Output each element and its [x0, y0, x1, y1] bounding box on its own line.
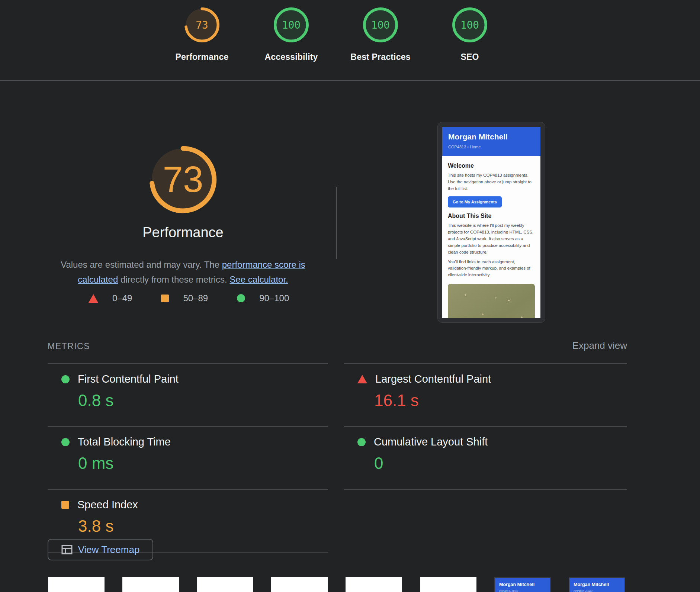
- metric-value: 16.1 s: [374, 391, 627, 410]
- final-screenshot: Morgan Mitchell COP4813 • Home Welcome T…: [442, 127, 540, 318]
- metric-label: Largest Contentful Paint: [375, 373, 491, 385]
- preview-welcome-text: This site hosts my COP4813 assignments. …: [448, 172, 535, 192]
- view-treemap-label: View Treemap: [78, 544, 140, 556]
- pass-circle-icon: [357, 438, 366, 446]
- legend-range-label: 90–100: [259, 293, 289, 303]
- metric-largest-contentful-paint: Largest Contentful Paint 16.1 s: [344, 363, 627, 427]
- gauge-label: Performance: [176, 52, 229, 62]
- metric-value: 3.8 s: [78, 517, 328, 535]
- metrics-column-right: Largest Contentful Paint 16.1 s Cumulati…: [344, 363, 627, 490]
- metrics-column-left: First Contentful Paint 0.8 s Total Block…: [48, 363, 328, 553]
- filmstrip-site-header: Morgan Mitchell COP4813 • Home: [569, 578, 624, 592]
- best-practices-gauge-icon: 100: [362, 7, 399, 43]
- pass-circle-icon: [61, 375, 70, 383]
- seo-gauge-icon: 100: [452, 7, 488, 43]
- preview-about-text2: You'll find links to each assignment, va…: [448, 259, 535, 279]
- svg-text:73: 73: [196, 19, 208, 31]
- legend-item-average: 50–89: [161, 293, 208, 303]
- average-square-icon: [161, 295, 169, 302]
- score-range-legend: 0–49 50–89 90–100: [89, 293, 289, 303]
- filmstrip-frame: [122, 577, 179, 592]
- fail-triangle-icon: [357, 375, 367, 383]
- disclaimer-text: directly from these metrics.: [118, 274, 229, 284]
- gauge-accessibility[interactable]: 100 Accessibility: [254, 7, 328, 62]
- treemap-icon: [61, 545, 73, 554]
- metrics-section-label: METRICS: [48, 341, 90, 351]
- gauge-seo[interactable]: 100 SEO: [433, 7, 507, 62]
- metric-label: Total Blocking Time: [78, 436, 171, 448]
- filmstrip-frame: [197, 577, 253, 592]
- preview-assignments-button: Go to My Assignments: [448, 196, 502, 207]
- legend-range-label: 50–89: [183, 293, 208, 303]
- expand-view-toggle[interactable]: Expand view: [572, 340, 627, 351]
- filmstrip-frame: [48, 577, 105, 592]
- svg-text:100: 100: [282, 19, 301, 31]
- filmstrip-site-title: Morgan Mitchell: [499, 582, 546, 587]
- metric-value: 0: [374, 454, 627, 473]
- preview-site-body: Welcome This site hosts my COP4813 assig…: [442, 156, 540, 318]
- metric-cumulative-layout-shift: Cumulative Layout Shift 0: [344, 427, 627, 490]
- preview-about-text: This website is where I'll post my weekl…: [448, 222, 535, 255]
- fail-triangle-icon: [89, 294, 98, 303]
- performance-score-gauge-icon: 73: [148, 144, 218, 215]
- gauge-label: Best Practices: [350, 52, 410, 62]
- filmstrip-frame-rendered: Morgan Mitchell COP4813 • Home: [569, 577, 625, 592]
- metric-total-blocking-time: Total Blocking Time 0 ms: [48, 427, 328, 490]
- metric-label: Speed Index: [77, 499, 138, 511]
- dog-photo: [448, 284, 535, 318]
- filmstrip-site-subtitle: COP4813 • Home: [574, 590, 620, 592]
- legend-item-fail: 0–49: [89, 293, 132, 303]
- metric-label: First Contentful Paint: [78, 373, 179, 385]
- gauge-best-practices[interactable]: 100 Best Practices: [343, 7, 418, 62]
- pass-circle-icon: [61, 438, 70, 446]
- gauge-performance[interactable]: 73 Performance: [165, 7, 239, 62]
- legend-range-label: 0–49: [112, 293, 132, 303]
- metric-value: 0 ms: [78, 454, 328, 473]
- accessibility-gauge-icon: 100: [273, 7, 309, 43]
- svg-text:100: 100: [460, 19, 479, 31]
- svg-text:73: 73: [163, 159, 203, 200]
- vertical-divider: [336, 187, 337, 259]
- pass-circle-icon: [237, 294, 245, 302]
- preview-site-subtitle: COP4813 • Home: [448, 145, 534, 149]
- see-calculator-link[interactable]: See calculator.: [229, 274, 288, 284]
- filmstrip-site-subtitle: COP4813 • Home: [499, 590, 546, 592]
- filmstrip-frame-rendered: Morgan Mitchell COP4813 • Home: [494, 577, 551, 592]
- score-summary-bar: 73 Performance 100 Accessibility 100 Bes…: [0, 0, 700, 81]
- preview-site-title: Morgan Mitchell: [448, 132, 534, 141]
- filmstrip-frame: [420, 577, 476, 592]
- category-title: Performance: [71, 225, 295, 241]
- average-square-icon: [61, 501, 69, 509]
- performance-score-gauge: 73: [148, 144, 218, 215]
- filmstrip-site-header: Morgan Mitchell COP4813 • Home: [495, 578, 550, 592]
- preview-welcome-heading: Welcome: [448, 163, 535, 169]
- lighthouse-report: 73 Performance 100 Accessibility 100 Bes…: [0, 0, 700, 592]
- legend-item-pass: 90–100: [237, 293, 289, 303]
- filmstrip-site-title: Morgan Mitchell: [574, 582, 620, 587]
- disclaimer-text: Values are estimated and may vary. The: [61, 260, 222, 270]
- gauge-label: Accessibility: [264, 52, 318, 62]
- final-screenshot-frame: Morgan Mitchell COP4813 • Home Welcome T…: [437, 122, 545, 323]
- gauge-label: SEO: [460, 52, 479, 62]
- preview-site-header: Morgan Mitchell COP4813 • Home: [442, 127, 540, 156]
- score-disclaimer: Values are estimated and may vary. The p…: [42, 257, 324, 287]
- filmstrip-frame: [346, 577, 402, 592]
- metric-value: 0.8 s: [78, 391, 328, 410]
- gauge-row: 73 Performance 100 Accessibility 100 Bes…: [165, 7, 507, 62]
- svg-text:100: 100: [371, 19, 390, 31]
- view-treemap-button[interactable]: View Treemap: [48, 539, 153, 560]
- metric-label: Cumulative Layout Shift: [374, 436, 488, 448]
- filmstrip-frame: [271, 577, 328, 592]
- metric-first-contentful-paint: First Contentful Paint 0.8 s: [48, 363, 328, 427]
- performance-gauge-icon: 73: [184, 7, 220, 43]
- preview-about-heading: About This Site: [448, 213, 535, 219]
